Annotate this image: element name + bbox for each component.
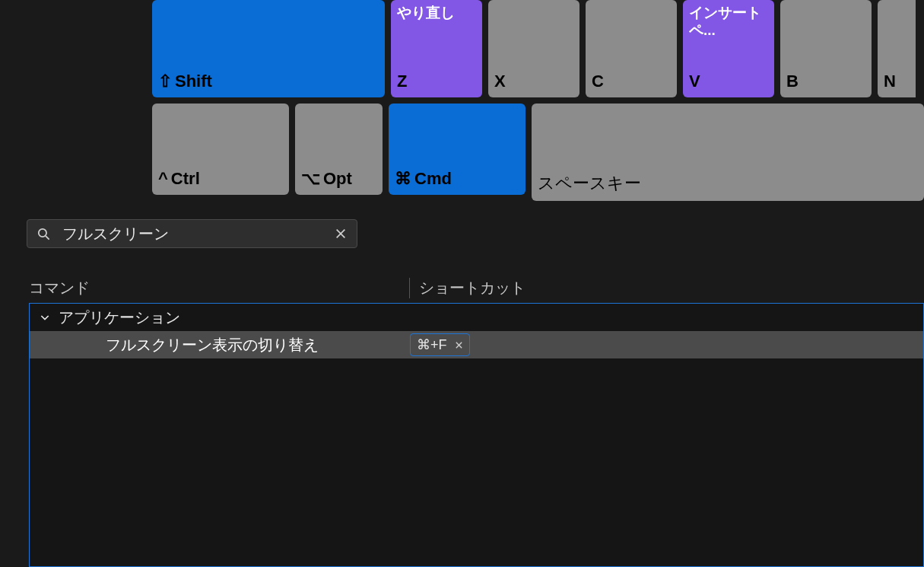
c-key-bottom-label: C <box>592 72 671 91</box>
chevron-down-icon <box>36 308 54 327</box>
x-key[interactable]: X <box>488 0 579 97</box>
svg-point-0 <box>38 228 46 236</box>
b-key-text: B <box>786 72 799 91</box>
clear-search-icon[interactable] <box>331 224 351 244</box>
ctrl-key-bottom-label: ^Ctrl <box>158 169 283 189</box>
b-key-bottom-label: B <box>786 72 865 91</box>
v-key[interactable]: インサートペ...V <box>683 0 774 97</box>
opt-key-glyph: ⌥ <box>301 169 320 189</box>
space-key-bottom-label: スペースキー <box>538 172 918 195</box>
ctrl-key-glyph: ^ <box>158 169 168 189</box>
shift-key-bottom-label: ⇧Shift <box>158 72 379 91</box>
search-bar <box>27 219 357 248</box>
b-key[interactable]: B <box>780 0 872 97</box>
cmd-key-text: Cmd <box>414 169 452 189</box>
header-command: コマンド <box>29 278 409 298</box>
keyboard-visualizer: ⇧Shiftやり直しZXCインサートペ...VBN ^Ctrl⌥Opt⌘Cmdス… <box>152 0 924 207</box>
search-input[interactable] <box>53 225 331 243</box>
shortcut-chip-text: ⌘+F <box>417 336 447 353</box>
c-key[interactable]: C <box>586 0 677 97</box>
shortcut-list: アプリケーション フルスクリーン表示の切り替え ⌘+F <box>29 303 924 567</box>
shift-key-glyph: ⇧ <box>158 72 172 91</box>
n-key-text: N <box>884 72 896 91</box>
shift-key-text: Shift <box>175 72 212 91</box>
svg-line-1 <box>46 236 49 240</box>
z-key-text: Z <box>397 72 407 91</box>
search-icon <box>33 224 53 244</box>
n-key[interactable]: N <box>878 0 916 97</box>
cmd-key-bottom-label: ⌘Cmd <box>395 169 519 189</box>
v-key-bottom-label: V <box>689 72 768 91</box>
x-key-bottom-label: X <box>494 72 573 91</box>
space-key[interactable]: スペースキー <box>532 104 924 201</box>
x-key-text: X <box>494 72 506 91</box>
group-label: アプリケーション <box>59 307 180 328</box>
v-key-text: V <box>689 72 700 91</box>
opt-key-text: Opt <box>323 169 352 189</box>
remove-shortcut-icon[interactable] <box>455 341 463 349</box>
cmd-key-glyph: ⌘ <box>395 169 411 189</box>
shortcut-chip[interactable]: ⌘+F <box>410 333 470 356</box>
v-key-top-label: インサートペ... <box>689 5 768 40</box>
ctrl-key-text: Ctrl <box>171 169 200 189</box>
n-key-bottom-label: N <box>884 72 910 91</box>
z-key-top-label: やり直し <box>397 5 476 22</box>
c-key-text: C <box>592 72 604 91</box>
cmd-key[interactable]: ⌘Cmd <box>389 104 526 195</box>
z-key[interactable]: やり直しZ <box>391 0 482 97</box>
z-key-bottom-label: Z <box>397 72 476 91</box>
shortcut-table-header: コマンド ショートカット <box>29 276 924 300</box>
ctrl-key[interactable]: ^Ctrl <box>152 104 289 195</box>
space-key-text: スペースキー <box>538 172 641 195</box>
group-row-application[interactable]: アプリケーション <box>30 304 923 331</box>
shortcut-row-fullscreen[interactable]: フルスクリーン表示の切り替え ⌘+F <box>30 331 923 358</box>
shift-key[interactable]: ⇧Shift <box>152 0 385 97</box>
header-shortcut: ショートカット <box>409 278 924 298</box>
shortcut-row-label: フルスクリーン表示の切り替え <box>30 335 410 355</box>
opt-key[interactable]: ⌥Opt <box>295 104 383 195</box>
opt-key-bottom-label: ⌥Opt <box>301 169 376 189</box>
